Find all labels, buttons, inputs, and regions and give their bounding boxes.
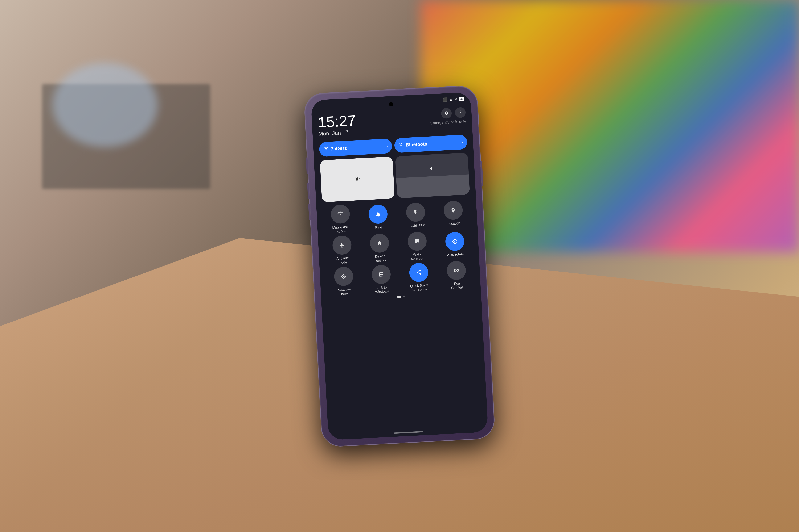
wifi-icon [323,146,329,152]
auto-rotate-label: Auto-rotate [447,252,464,256]
wifi-status-icon: ▲ [449,97,453,102]
auto-rotate-circle [445,231,465,251]
brightness-icon [354,175,360,183]
tile-location[interactable]: Location [435,198,472,228]
volume-icon [429,165,435,173]
ring-label: Ring [375,225,382,229]
tile-link-windows[interactable]: Link toWindows [363,264,400,294]
quick-share-circle [409,262,429,282]
airplane-circle [332,235,352,255]
flashlight-circle [405,202,425,222]
volume-fill [396,174,470,198]
signal-x-icon: ✕ [454,97,457,101]
eye-comfort-label: EyeComfort [451,281,463,290]
control-panel: 15:27 Mon, Jun 17 ⚙ ⋮ Emergency call [311,92,488,440]
link-windows-circle [371,264,391,284]
tile-ring[interactable]: Ring [360,202,396,232]
bluetooth-icon [398,142,403,149]
ring-circle [368,204,388,224]
bluetooth-arrow-icon: › [461,140,463,144]
tile-wallet[interactable]: WalletTap to open [399,231,436,261]
tile-adaptive-tone[interactable]: Adaptivetone [326,266,362,296]
time-display: 15:27 [317,113,356,130]
network-row: 2.4GHz › Bluetooth › [319,134,468,157]
volume-slider[interactable] [395,152,470,198]
more-menu-button[interactable]: ⋮ [455,107,466,118]
header-actions: ⚙ ⋮ Emergency calls only [430,107,466,126]
link-windows-label: Link toWindows [375,285,389,294]
phone-shell: ⬛ ▲ ✕ 35 15:27 Mon, Jun 17 [304,85,495,447]
wallet-label: WalletTap to open [411,252,425,261]
page-dot-2 [403,296,405,297]
vertical-dots-icon: ⋮ [458,110,462,115]
tile-device-controls[interactable]: Devicecontrols [361,233,398,263]
location-label: Location [447,221,460,226]
emergency-text: Emergency calls only [430,119,466,126]
device-controls-label: Devicecontrols [374,254,386,263]
status-icons: ⬛ ▲ ✕ 35 [442,96,465,102]
phone: ⬛ ▲ ✕ 35 15:27 Mon, Jun 17 [304,85,495,447]
battery-indicator: 35 [459,96,465,101]
tile-auto-rotate[interactable]: Auto-rotate [436,229,473,260]
wallet-circle [407,231,427,251]
bluetooth-status-icon: ⬛ [442,97,448,102]
wifi-arrow-icon: › [386,144,388,148]
phone-screen: ⬛ ▲ ✕ 35 15:27 Mon, Jun 17 [311,92,488,440]
mobile-data-label: Mobile dataNo SIM [332,225,350,234]
device-controls-circle [369,233,389,253]
sliders-row [320,152,470,202]
flashlight-label: Flashlight ▾ [408,223,425,228]
time-block: 15:27 Mon, Jun 17 [317,113,357,137]
adaptive-tone-label: Adaptivetone [338,287,351,296]
background-pillow [53,63,158,147]
wifi-label: 2.4GHz [331,144,384,152]
tile-mobile-data[interactable]: Mobile dataNo SIM [322,204,359,234]
wifi-tile[interactable]: 2.4GHz › [319,138,392,157]
bluetooth-label: Bluetooth [405,139,459,148]
airplane-label: Airplanemode [336,256,349,264]
location-circle [443,200,463,220]
brightness-slider[interactable] [320,156,395,202]
adaptive-tone-circle [333,266,353,286]
eye-comfort-circle [447,261,466,280]
settings-gear-icon: ⚙ [444,110,449,116]
tile-airplane[interactable]: Airplanemode [324,235,360,265]
quick-share-label: Quick ShareYour devices [410,283,429,292]
tiles-grid: Mobile dataNo SIM Ring [322,198,475,296]
bluetooth-tile[interactable]: Bluetooth › [394,134,468,153]
mobile-data-circle [330,204,350,224]
header-icon-buttons: ⚙ ⋮ [441,107,466,119]
tile-quick-share[interactable]: Quick ShareYour devices [401,262,437,292]
tile-flashlight[interactable]: Flashlight ▾ [397,200,434,230]
tile-eye-comfort[interactable]: EyeComfort [438,260,475,290]
page-dot-1 [397,296,401,298]
settings-button[interactable]: ⚙ [441,108,452,119]
